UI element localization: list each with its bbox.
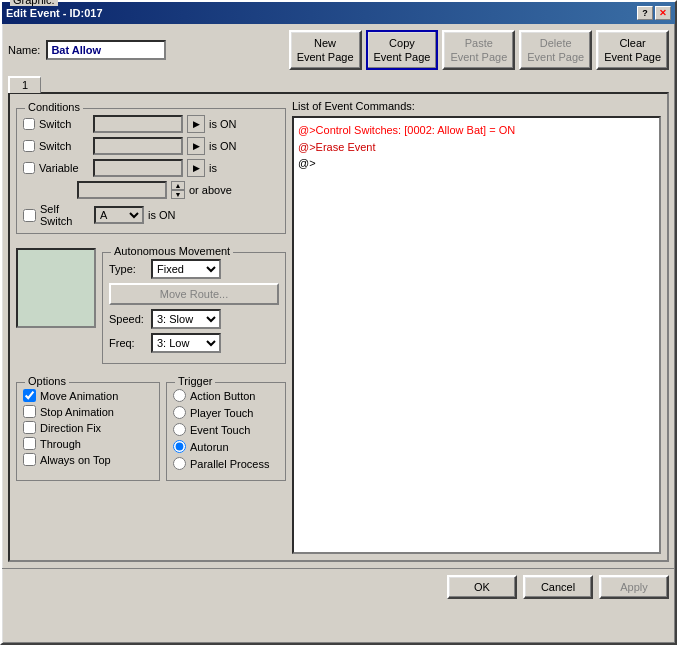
variable-value-input[interactable] xyxy=(77,181,167,199)
always-on-top-label: Always on Top xyxy=(40,454,111,466)
autonomous-group: Autonomous Movement Type: Fixed Random A… xyxy=(102,252,286,364)
delete-event-page-button[interactable]: DeleteEvent Page xyxy=(519,30,592,70)
switch2-arrow[interactable]: ▶ xyxy=(187,137,205,155)
always-on-top-checkbox[interactable] xyxy=(23,453,36,466)
direction-fix-row: Direction Fix xyxy=(23,421,153,434)
spinner-buttons: ▲ ▼ xyxy=(171,181,185,199)
auto-freq-label: Freq: xyxy=(109,337,147,349)
auto-type-select[interactable]: Fixed Random Approach Custom xyxy=(151,259,221,279)
self-switch-is-on: is ON xyxy=(148,209,176,221)
switch1-checkbox[interactable] xyxy=(23,118,35,130)
action-button-radio[interactable] xyxy=(173,389,186,402)
through-row: Through xyxy=(23,437,153,450)
auto-speed-label: Speed: xyxy=(109,313,147,325)
help-button[interactable]: ? xyxy=(637,6,653,20)
player-touch-radio[interactable] xyxy=(173,406,186,419)
player-touch-label: Player Touch xyxy=(190,407,253,419)
switch2-is-on: is ON xyxy=(209,140,237,152)
move-route-button[interactable]: Move Route... xyxy=(109,283,279,305)
move-animation-checkbox[interactable] xyxy=(23,389,36,402)
name-input[interactable] xyxy=(46,40,166,60)
copy-event-page-button[interactable]: CopyEvent Page xyxy=(366,30,439,70)
clear-event-page-button[interactable]: ClearEvent Page xyxy=(596,30,669,70)
move-animation-row: Move Animation xyxy=(23,389,153,402)
graphic-label: Graphic: xyxy=(10,0,58,6)
switch2-checkbox[interactable] xyxy=(23,140,35,152)
self-switch-row: SelfSwitch A B C D is ON xyxy=(23,203,279,227)
auto-speed-select[interactable]: 1: Slowest 2: Slower 3: Slow 4: Fast 5: … xyxy=(151,309,221,329)
always-on-top-row: Always on Top xyxy=(23,453,153,466)
self-switch-select[interactable]: A B C D xyxy=(94,206,144,224)
options-trigger-row: Options Move Animation Stop Animation Di… xyxy=(16,374,286,481)
direction-fix-checkbox[interactable] xyxy=(23,421,36,434)
edit-event-window: Edit Event - ID:017 ? ✕ Name: NewEvent P… xyxy=(0,0,677,645)
window-content: Name: NewEvent Page CopyEvent Page Paste… xyxy=(2,24,675,568)
variable-row: Variable ▶ is xyxy=(23,159,279,177)
auto-speed-row: Speed: 1: Slowest 2: Slower 3: Slow 4: F… xyxy=(109,309,279,329)
autorun-row: Autorun xyxy=(173,440,279,453)
switch2-row: Switch ▶ is ON xyxy=(23,137,279,155)
variable-input[interactable] xyxy=(93,159,183,177)
variable-arrow[interactable]: ▶ xyxy=(187,159,205,177)
switch1-is-on: is ON xyxy=(209,118,237,130)
auto-freq-select[interactable]: 1: Lowest 2: Lower 3: Low 4: High 5: Hig… xyxy=(151,333,221,353)
spinner-row: ▲ ▼ or above xyxy=(77,181,279,199)
footer: OK Cancel Apply xyxy=(2,568,675,605)
switch1-label: Switch xyxy=(39,118,89,130)
auto-freq-row: Freq: 1: Lowest 2: Lower 3: Low 4: High … xyxy=(109,333,279,353)
title-bar: Edit Event - ID:017 ? ✕ xyxy=(2,2,675,24)
name-toolbar-row: Name: NewEvent Page CopyEvent Page Paste… xyxy=(8,30,669,70)
parallel-process-label: Parallel Process xyxy=(190,458,269,470)
autonomous-label: Autonomous Movement xyxy=(111,245,233,257)
parallel-process-radio[interactable] xyxy=(173,457,186,470)
autorun-radio[interactable] xyxy=(173,440,186,453)
stop-animation-checkbox[interactable] xyxy=(23,405,36,418)
close-button[interactable]: ✕ xyxy=(655,6,671,20)
switch2-input[interactable] xyxy=(93,137,183,155)
toolbar: NewEvent Page CopyEvent Page PasteEvent … xyxy=(289,30,669,70)
stop-animation-row: Stop Animation xyxy=(23,405,153,418)
switch1-input[interactable] xyxy=(93,115,183,133)
autorun-label: Autorun xyxy=(190,441,229,453)
self-switch-label: SelfSwitch xyxy=(40,203,90,227)
trigger-group: Trigger Action Button Player Touch Event… xyxy=(166,382,286,481)
conditions-group: Conditions Switch ▶ is ON Switch xyxy=(16,108,286,234)
graphic-autonomous-row: Graphic: Autonomous Movement Type: Fixed… xyxy=(16,244,286,364)
move-animation-label: Move Animation xyxy=(40,390,118,402)
through-label: Through xyxy=(40,438,81,450)
paste-event-page-button[interactable]: PasteEvent Page xyxy=(442,30,515,70)
through-checkbox[interactable] xyxy=(23,437,36,450)
tab-1[interactable]: 1 xyxy=(8,76,41,93)
options-label: Options xyxy=(25,375,69,387)
event-touch-row: Event Touch xyxy=(173,423,279,436)
self-switch-checkbox[interactable] xyxy=(23,209,36,222)
or-above-label: or above xyxy=(189,184,232,196)
event-list-box[interactable]: @>Control Switches: [0002: Allow Bat] = … xyxy=(292,116,661,554)
event-line-3: @> xyxy=(298,155,655,172)
new-event-page-button[interactable]: NewEvent Page xyxy=(289,30,362,70)
parallel-process-row: Parallel Process xyxy=(173,457,279,470)
auto-type-label: Type: xyxy=(109,263,147,275)
options-group: Options Move Animation Stop Animation Di… xyxy=(16,382,160,481)
switch1-arrow[interactable]: ▶ xyxy=(187,115,205,133)
graphic-preview[interactable] xyxy=(16,248,96,328)
stop-animation-label: Stop Animation xyxy=(40,406,114,418)
graphic-section: Graphic: xyxy=(16,244,96,364)
cancel-button[interactable]: Cancel xyxy=(523,575,593,599)
variable-checkbox[interactable] xyxy=(23,162,35,174)
event-line-1: @>Control Switches: [0002: Allow Bat] = … xyxy=(298,122,655,139)
switch1-row: Switch ▶ is ON xyxy=(23,115,279,133)
window-title: Edit Event - ID:017 xyxy=(6,7,103,19)
spin-up[interactable]: ▲ xyxy=(171,181,185,190)
ok-button[interactable]: OK xyxy=(447,575,517,599)
name-label: Name: xyxy=(8,44,40,56)
direction-fix-label: Direction Fix xyxy=(40,422,101,434)
event-line-2: @>Erase Event xyxy=(298,139,655,156)
apply-button[interactable]: Apply xyxy=(599,575,669,599)
event-touch-label: Event Touch xyxy=(190,424,250,436)
spin-down[interactable]: ▼ xyxy=(171,190,185,199)
conditions-label: Conditions xyxy=(25,101,83,113)
tab-bar: 1 xyxy=(8,76,669,93)
event-touch-radio[interactable] xyxy=(173,423,186,436)
variable-is: is xyxy=(209,162,217,174)
